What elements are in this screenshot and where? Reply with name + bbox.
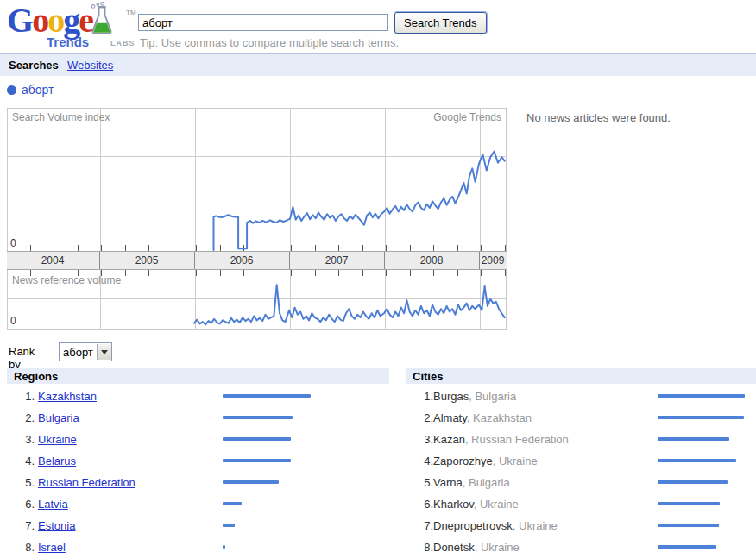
rank-number: 1. <box>411 390 433 403</box>
rank-number: 6. <box>12 498 35 511</box>
year-divider <box>289 252 290 269</box>
regions-list: 1.Kazakhstan2.Bulgaria3.Ukraine4.Belarus… <box>7 386 389 558</box>
volume-bar <box>658 480 728 484</box>
volume-bar <box>658 394 745 398</box>
city-name: Varna <box>433 476 463 489</box>
city-label: Almaty, Kazakhstan <box>433 411 532 424</box>
region-link[interactable]: Israel <box>38 541 66 554</box>
city-row: 5.Varna, Bulgaria <box>406 472 756 493</box>
region-row: 8.Israel <box>7 536 389 558</box>
gridline <box>195 270 196 330</box>
lab-flask-icon <box>90 2 114 36</box>
search-input[interactable] <box>138 14 388 31</box>
city-country: , Ukraine <box>493 455 538 467</box>
rank-number: 6. <box>411 498 433 511</box>
city-row: 3.Kazan, Russian Federation <box>406 429 756 450</box>
series-color-dot-icon <box>7 85 16 95</box>
gridline <box>195 109 196 252</box>
gridline <box>8 156 507 157</box>
year-tick-label: 2006 <box>230 254 254 266</box>
volume-bar <box>223 524 235 527</box>
volume-bar <box>223 502 242 505</box>
google-trends-logo[interactable]: Goog e TM Trends LABS <box>7 2 136 52</box>
city-row: 7.Dnepropetrovsk, Ukraine <box>406 515 756 536</box>
city-country: , Ukraine <box>513 519 558 532</box>
city-row: 4.Zaporozhye, Ukraine <box>406 450 756 472</box>
region-link[interactable]: Belarus <box>38 455 76 467</box>
tab-searches[interactable]: Searches <box>9 59 59 72</box>
gridline <box>480 109 481 252</box>
series-term-label: аборт <box>22 83 54 97</box>
city-label: Zaporozhye, Ukraine <box>433 455 538 467</box>
quarter-ticks <box>7 245 507 251</box>
region-link[interactable]: Kazakhstan <box>38 390 97 403</box>
regions-header: Regions <box>7 368 389 384</box>
rank-number: 2. <box>411 411 433 424</box>
trends-chart: 200420052006200720082009 Search Volume i… <box>7 108 507 330</box>
volume-bar <box>223 480 279 484</box>
volume-bar <box>223 545 225 549</box>
volume-bar <box>658 502 720 505</box>
city-row: 8.Donetsk, Ukraine <box>406 536 756 558</box>
gridline <box>290 109 291 252</box>
city-country: , Ukraine <box>474 498 519 511</box>
cities-list: 1.Burgas, Bulgaria2.Almaty, Kazakhstan3.… <box>406 386 756 558</box>
city-label: Dnepropetrovsk, Ukraine <box>433 519 558 532</box>
region-link[interactable]: Latvia <box>38 498 68 511</box>
chevron-down-icon <box>97 344 111 360</box>
region-link[interactable]: Estonia <box>38 519 75 532</box>
year-divider <box>384 252 385 269</box>
city-name: Dnepropetrovsk <box>433 519 513 532</box>
search-axis-zero: 0 <box>10 237 16 249</box>
search-volume-plot <box>7 108 507 251</box>
search-tip-text: Tip: Use commas to compare multiple sear… <box>140 36 399 49</box>
gridline <box>385 109 386 252</box>
news-axis-zero: 0 <box>10 315 16 327</box>
region-link[interactable]: Ukraine <box>38 433 77 446</box>
region-row: 2.Bulgaria <box>7 407 389 429</box>
rank-number: 1. <box>12 390 35 403</box>
tab-websites-link[interactable]: Websites <box>67 59 113 72</box>
city-name: Kazan <box>433 433 465 446</box>
trademark-symbol: TM <box>126 9 136 16</box>
city-country: , Ukraine <box>475 541 520 554</box>
search-trends-button[interactable]: Search Trends <box>394 12 487 34</box>
city-label: Donetsk, Ukraine <box>433 541 520 554</box>
nav-band: Searches Websites <box>0 53 756 76</box>
year-tick-label: 2005 <box>135 254 159 266</box>
volume-bar <box>223 394 311 398</box>
rank-by-selected-value: аборт <box>60 346 97 359</box>
region-row: 7.Estonia <box>7 515 389 536</box>
region-link[interactable]: Bulgaria <box>38 411 79 424</box>
city-label: Kazan, Russian Federation <box>433 433 569 446</box>
search-volume-caption: Search Volume index <box>12 111 110 123</box>
gridline <box>8 298 507 299</box>
no-news-message: No news articles were found. <box>526 111 671 124</box>
google-trends-page: Goog e TM Trends LABS Search Trends Tip:… <box>0 0 756 558</box>
rank-by-select[interactable]: аборт <box>59 342 112 361</box>
city-name: Donetsk <box>433 541 475 554</box>
rank-number: 4. <box>411 455 433 467</box>
logo-trends-label: Trends <box>47 34 89 49</box>
region-row: 4.Belarus <box>7 450 389 472</box>
region-row: 3.Ukraine <box>7 429 389 450</box>
city-country: , Bulgaria <box>469 390 516 403</box>
rank-number: 3. <box>12 433 35 446</box>
rank-number: 7. <box>12 519 35 532</box>
volume-bar <box>223 459 291 462</box>
google-trends-watermark: Google Trends <box>433 111 501 123</box>
region-row: 1.Kazakhstan <box>7 386 389 407</box>
city-row: 1.Burgas, Bulgaria <box>406 386 756 407</box>
volume-bar <box>658 524 719 527</box>
year-divider <box>99 252 100 269</box>
year-tick-label: 2008 <box>420 254 444 266</box>
city-name: Almaty <box>433 411 467 424</box>
region-link[interactable]: Russian Federation <box>38 476 135 489</box>
gridline <box>385 270 386 330</box>
city-name: Kharkov <box>433 498 474 511</box>
logo-letter: G <box>7 1 32 40</box>
region-row: 5.Russian Federation <box>7 472 389 493</box>
city-label: Varna, Bulgaria <box>433 476 510 489</box>
volume-bar <box>658 545 716 549</box>
volume-bar <box>658 437 729 441</box>
